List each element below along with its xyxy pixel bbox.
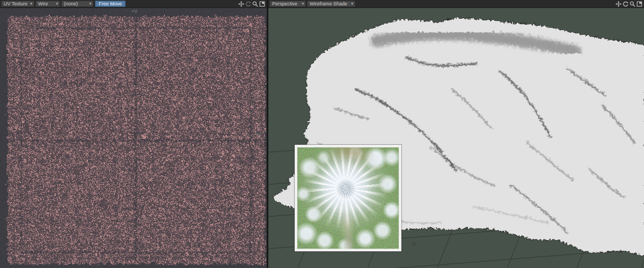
chevron-down-icon: ▾ bbox=[30, 1, 32, 6]
zoom-icon[interactable] bbox=[630, 1, 635, 7]
modeler-window: UV Texture ▾ Wire ▾ (none) ▾ Free Move bbox=[0, 0, 644, 268]
uv-mesh-canvas[interactable] bbox=[0, 8, 267, 268]
chevron-down-icon: ▾ bbox=[56, 1, 58, 6]
perspective-viewport-controls bbox=[616, 1, 642, 7]
rotate-icon[interactable] bbox=[245, 1, 251, 7]
expand-viewport-icon[interactable] bbox=[259, 1, 265, 7]
chevron-down-icon: ▾ bbox=[302, 1, 304, 6]
uv-viewport: UV Texture ▾ Wire ▾ (none) ▾ Free Move bbox=[0, 0, 267, 268]
pan-icon[interactable] bbox=[616, 1, 621, 7]
rotate-icon[interactable] bbox=[623, 1, 628, 7]
zoom-icon[interactable] bbox=[252, 1, 258, 7]
chevron-down-icon: ▾ bbox=[351, 1, 353, 6]
uv-shade-mode-dropdown[interactable]: Wire ▾ bbox=[35, 1, 60, 7]
perspective-viewport-header: Perspective ▾ Wireframe Shade ▾ bbox=[268, 0, 644, 8]
uv-map-label: (none) bbox=[64, 1, 78, 6]
perspective-view-mode-dropdown[interactable]: Perspective ▾ bbox=[269, 1, 306, 7]
texture-preview-image bbox=[295, 145, 401, 251]
expand-viewport-icon[interactable] bbox=[636, 1, 642, 7]
uv-viewport-header: UV Texture ▾ Wire ▾ (none) ▾ Free Move bbox=[0, 0, 267, 8]
volcano-radial-ridges bbox=[297, 147, 399, 249]
perspective-view-mode-label: Perspective bbox=[272, 1, 297, 6]
free-move-button[interactable]: Free Move bbox=[95, 1, 126, 7]
pan-icon[interactable] bbox=[238, 1, 244, 7]
perspective-shade-mode-dropdown[interactable]: Wireframe Shade ▾ bbox=[307, 1, 355, 7]
uv-shade-mode-label: Wire bbox=[38, 1, 48, 6]
uv-map-dropdown[interactable]: (none) ▾ bbox=[61, 1, 93, 7]
chevron-down-icon: ▾ bbox=[89, 1, 91, 6]
free-move-label: Free Move bbox=[99, 1, 122, 6]
uv-viewport-controls bbox=[238, 1, 265, 7]
uv-view-mode-dropdown[interactable]: UV Texture ▾ bbox=[1, 1, 34, 7]
perspective-shade-mode-label: Wireframe Shade bbox=[310, 1, 347, 6]
uv-view-mode-label: UV Texture bbox=[4, 1, 27, 6]
